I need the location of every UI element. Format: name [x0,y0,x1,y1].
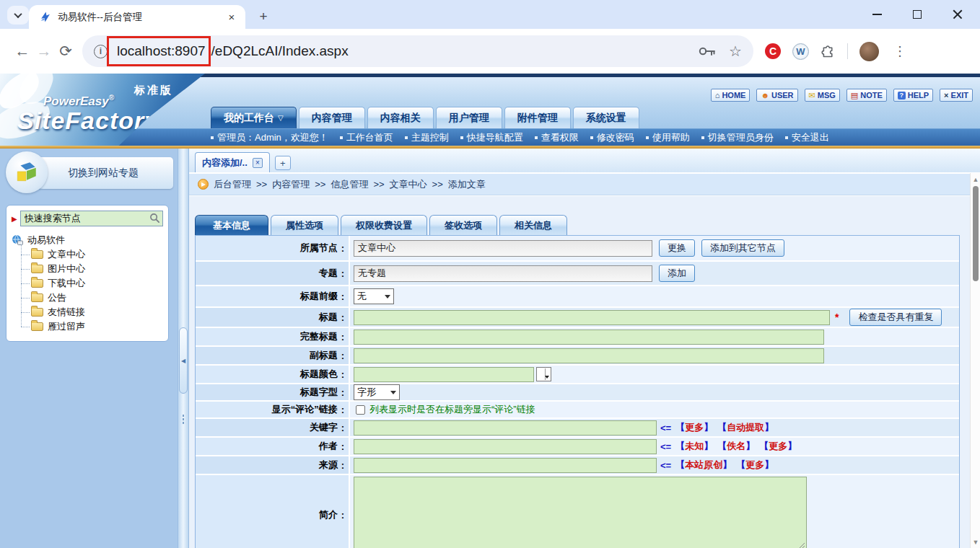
add-content-tab-button[interactable]: + [275,156,291,170]
breadcrumb-item[interactable]: 信息管理 [331,178,368,191]
scroll-down-icon[interactable]: ▼ [971,539,980,546]
add-special-topic-button[interactable]: 添加 [659,265,695,282]
reload-button[interactable]: ⟳ [55,43,76,60]
tab-close-icon[interactable]: × [225,11,238,24]
keywords-auto-extract-link[interactable]: 【自动提取】 [717,421,774,434]
link-view-permissions[interactable]: 查看权限 [535,131,579,144]
nav-tab-system[interactable]: 系统设置 [573,107,639,128]
scrollbar-thumb[interactable] [973,186,979,281]
tab-search-button[interactable] [7,6,29,25]
colorzilla-extension-icon[interactable]: C [765,43,781,59]
bullet-icon [405,136,408,139]
exit-button[interactable]: ×EXIT [940,89,973,102]
keywords-more-link[interactable]: 【更多】 [675,421,713,434]
node-search-input[interactable] [20,211,163,226]
subtitle-input[interactable] [354,348,824,363]
scroll-up-icon[interactable]: ▲ [971,176,980,183]
minimize-button[interactable] [867,5,886,24]
tree-node-friend-links[interactable]: 友情链接 [21,305,163,319]
intro-textarea[interactable] [354,477,807,548]
content-tab-close-icon[interactable]: × [253,158,263,168]
new-tab-button[interactable]: + [254,7,273,26]
form-tab-sign-options[interactable]: 签收选项 [429,215,497,235]
profile-avatar[interactable] [859,42,879,61]
author-anonymous-link[interactable]: 【佚名】 [717,440,755,453]
wordpress-extension-icon[interactable]: W [792,43,809,60]
link-switch-admin[interactable]: 切换管理员身份 [701,131,774,144]
user-button[interactable]: ☻USER [756,89,797,102]
breadcrumb-item[interactable]: 内容管理 [272,178,310,191]
tree-node-download-center[interactable]: 下载中心 [21,276,163,291]
tree-root-site[interactable]: 动易软件 [12,232,163,247]
msg-button[interactable]: ✉MSG [805,89,840,102]
back-button[interactable]: ← [12,43,33,60]
password-key-icon[interactable] [699,45,716,57]
content-tab-add[interactable]: 内容添加/.. × [195,152,270,172]
add-to-other-nodes-button[interactable]: 添加到其它节点 [701,239,784,257]
node-field[interactable] [354,240,652,257]
app-header: ⌂HOME ☻USER ✉MSG ▤NOTE ?HELP ×EXIT 我的工作台… [0,74,980,149]
node-tree-panel: ▶ 动易软件 文章中心 图片中心 下载中心 公告 友情链接 雁过留声 [6,205,169,342]
tree-node-article-center[interactable]: 文章中心 [21,247,163,262]
bookmark-star-icon[interactable]: ☆ [729,43,742,60]
nav-tab-content-related[interactable]: 内容相关 [367,107,434,128]
breadcrumb-item[interactable]: 添加文章 [448,178,486,191]
nav-tab-label: 系统设置 [586,112,626,125]
divider-grip[interactable] [182,414,185,424]
keywords-input[interactable] [354,420,657,436]
nav-tab-users[interactable]: 用户管理 [436,107,502,128]
author-more-link[interactable]: 【更多】 [759,440,797,453]
title-prefix-select[interactable]: 无 [354,288,394,304]
link-safe-logout[interactable]: 安全退出 [785,131,829,144]
home-button[interactable]: ⌂HOME [711,89,751,102]
source-original-link[interactable]: 【本站原创】 [675,459,732,472]
assign-arrow: <= [660,423,671,433]
form-tab-basic-info[interactable]: 基本信息 [195,215,268,235]
nav-tab-attachments[interactable]: 附件管理 [504,107,571,128]
nav-tab-workbench[interactable]: 我的工作台▽ [211,107,297,128]
close-button[interactable] [948,5,967,24]
note-button[interactable]: ▤NOTE [846,89,887,102]
form-tab-permission-fee[interactable]: 权限收费设置 [341,215,427,235]
title-color-input[interactable] [354,367,534,382]
site-info-icon[interactable]: i [94,45,108,58]
check-duplicate-button[interactable]: 检查是否具有重复 [849,309,942,326]
page-scrollbar[interactable]: ▲ ▼ [970,173,980,548]
folder-icon [31,250,43,259]
browser-tab[interactable]: 动易软件--后台管理 × [29,5,245,29]
sidebar-mode-button[interactable] [6,151,48,193]
full-title-input[interactable] [354,330,824,345]
show-comment-link-checkbox[interactable] [356,405,365,415]
sidebar-collapse-handle[interactable]: ◀ [179,327,188,394]
forward-button[interactable]: → [33,43,55,60]
extensions-puzzle-icon[interactable] [821,44,836,59]
form-tab-attribute-options[interactable]: 属性选项 [271,215,338,235]
change-node-button[interactable]: 更换 [659,239,695,257]
search-icon[interactable] [149,213,160,224]
tree-node-image-center[interactable]: 图片中心 [21,262,163,276]
link-workbench-home[interactable]: 工作台首页 [340,131,393,144]
browser-menu-icon[interactable]: ⋮ [891,43,909,59]
breadcrumb-item[interactable]: 文章中心 [390,178,427,191]
nav-tab-content[interactable]: 内容管理 [299,107,365,128]
link-help[interactable]: 使用帮助 [646,131,690,144]
special-topic-field[interactable] [354,265,652,282]
author-unknown-link[interactable]: 【未知】 [675,440,713,453]
source-more-link[interactable]: 【更多】 [736,459,774,472]
link-change-password[interactable]: 修改密码 [590,131,634,144]
address-bar[interactable]: i localhost:8907/eDQ2LcAI/Index.aspx ☆ [82,35,753,67]
link-quick-nav-config[interactable]: 快捷导航配置 [460,131,523,144]
help-button[interactable]: ?HELP [893,89,933,102]
color-picker-button[interactable] [536,367,551,381]
breadcrumb-item[interactable]: 后台管理 [214,178,251,191]
bullet-icon [646,136,649,139]
source-input[interactable] [354,458,657,473]
author-input[interactable] [354,439,657,454]
form-tab-related-info[interactable]: 相关信息 [499,215,567,235]
title-font-select[interactable]: 字形 [354,384,400,400]
tree-node-announcement[interactable]: 公告 [21,291,163,305]
tree-node-guestbook[interactable]: 雁过留声 [21,319,163,334]
link-theme-control[interactable]: 主题控制 [405,131,449,144]
title-input[interactable] [354,310,830,325]
maximize-button[interactable] [908,5,927,24]
